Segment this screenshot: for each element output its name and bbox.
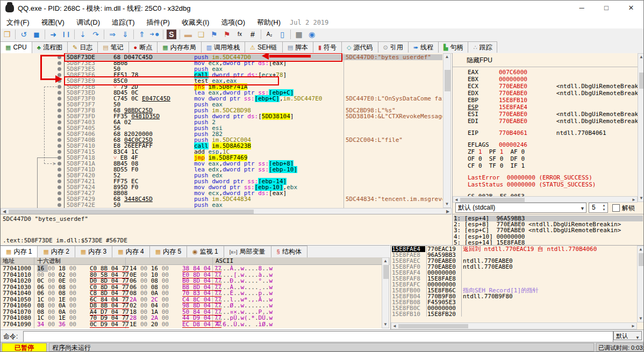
breakpoint-dot[interactable] bbox=[58, 67, 61, 71]
tab-内存 5[interactable]: ▦内存 5 bbox=[149, 246, 187, 257]
breakpoint-dot[interactable] bbox=[58, 197, 61, 201]
breakpoint-dot[interactable] bbox=[58, 85, 61, 89]
breakpoint-dot[interactable] bbox=[58, 97, 61, 100]
unlock-checkbox[interactable] bbox=[612, 204, 620, 212]
modules-icon[interactable]: ▯ bbox=[276, 28, 289, 40]
command-profile-select[interactable]: 默认 ▼ bbox=[613, 331, 642, 340]
pause-icon[interactable]: ❙❙ bbox=[60, 28, 73, 40]
patches-icon[interactable]: ▬ bbox=[182, 28, 195, 40]
disasm-vscrollbar[interactable]: ▲ ▼ bbox=[443, 53, 451, 208]
menu-item-4[interactable]: 插件(P) bbox=[141, 16, 176, 30]
tab-调用堆栈[interactable]: ▥调用堆栈 bbox=[201, 41, 245, 53]
stack-row[interactable]: 15E8FB1015E8FB20 bbox=[391, 311, 643, 317]
run-to-cursor-icon[interactable]: ⇒ bbox=[106, 28, 119, 40]
tab-内存 1[interactable]: ▦内存 1 bbox=[0, 246, 38, 258]
breakpoint-dot[interactable] bbox=[58, 61, 61, 65]
tab-日志[interactable]: ✎日志 bbox=[67, 41, 98, 53]
arguments-panel[interactable]: 1: [esp+4] 96A59BB32: [esp+8] 770EABE0 <… bbox=[452, 214, 644, 245]
breakpoint-dot[interactable] bbox=[58, 162, 61, 166]
breakpoint-dot[interactable] bbox=[58, 91, 61, 95]
step-over-icon[interactable]: ↷ bbox=[89, 28, 102, 40]
arg-count-stepper[interactable]: 5 ▲▼ bbox=[589, 203, 608, 213]
disasm-row[interactable]: 5D8F742E50push eax bbox=[1, 202, 452, 208]
breakpoint-dot[interactable] bbox=[58, 179, 61, 183]
tab-内存布局[interactable]: ▦内存布局 bbox=[157, 41, 201, 53]
argument-row[interactable]: 4: [esp+10] 00000000 bbox=[454, 234, 643, 240]
tab-脚本[interactable]: ▤脚本 bbox=[282, 41, 313, 53]
breakpoint-dot[interactable] bbox=[58, 103, 61, 106]
breakpoint-dot[interactable] bbox=[58, 156, 61, 160]
tab-局部变量[interactable]: [x=]局部变量 bbox=[224, 246, 271, 257]
bookmarks-icon[interactable]: ⚑ bbox=[220, 28, 233, 40]
tab-流程图[interactable]: ♣流程图 bbox=[32, 41, 68, 53]
calling-convention-select[interactable]: 默认 (stdcall) ▼ bbox=[455, 203, 586, 213]
maximize-button[interactable]: □ bbox=[594, 1, 619, 16]
stack-vscrollbar[interactable]: ▲ ▼ bbox=[637, 246, 644, 322]
functions-icon[interactable]: fx bbox=[233, 28, 246, 40]
run-icon[interactable]: ➜ bbox=[47, 28, 60, 40]
tab-引用[interactable]: ⊙引用 bbox=[378, 41, 409, 53]
tab-句柄[interactable]: ▙句柄 bbox=[438, 41, 468, 53]
internet-icon[interactable]: ◉ bbox=[305, 28, 318, 40]
breakpoint-dot[interactable] bbox=[58, 203, 61, 207]
open-file-icon[interactable]: ❒ bbox=[1, 28, 13, 40]
breakpoint-dot[interactable] bbox=[58, 109, 61, 112]
strings-icon[interactable]: A₂ bbox=[263, 28, 276, 40]
menu-item-7[interactable]: 帮助(H) bbox=[251, 16, 287, 30]
dump-vscrollbar[interactable]: ▲ ▼ bbox=[382, 257, 389, 328]
tab-SEH链[interactable]: ⚠SEH链 bbox=[245, 41, 283, 53]
command-input[interactable] bbox=[23, 331, 613, 342]
tab-内存 2[interactable]: ▦内存 2 bbox=[37, 246, 75, 257]
minimize-button[interactable]: ─ bbox=[569, 1, 594, 16]
step-out-icon[interactable]: ⇓ bbox=[119, 28, 132, 40]
stepper-arrows-icon[interactable]: ▲▼ bbox=[601, 203, 607, 212]
step-into-icon[interactable]: ⇣ bbox=[76, 28, 89, 40]
breakpoint-dot[interactable] bbox=[58, 132, 61, 136]
argument-row[interactable]: 3: [esp+C] 770EABE0 <ntdll.DbgUiRemoteBr… bbox=[454, 227, 643, 233]
tab-线程[interactable]: ➠线程 bbox=[408, 41, 439, 53]
run-to-user-code-icon[interactable]: ➔☻ bbox=[148, 28, 161, 40]
tab-符号[interactable]: ▮符号 bbox=[313, 41, 342, 53]
menu-item-5[interactable]: 收藏夹(I) bbox=[176, 16, 215, 30]
registers-hscrollbar[interactable]: ◀ ▶ bbox=[453, 196, 638, 203]
breakpoint-dot[interactable] bbox=[58, 144, 61, 148]
disassembly-panel[interactable]: 5D8F73DE68 D047C45Dpush im.5DC447D05DC44… bbox=[1, 53, 452, 208]
restart-icon[interactable]: ↺ bbox=[17, 28, 30, 40]
breakpoint-dot[interactable] bbox=[58, 138, 61, 142]
tab-监视 1[interactable]: ◉监视 1 bbox=[187, 246, 224, 257]
close-button[interactable]: ✕ bbox=[619, 1, 643, 16]
stack-panel[interactable]: 15E8FAE4770EAC19返回到 ntdll.770EAC19 自 ntd… bbox=[390, 245, 644, 329]
breakpoint-dot[interactable] bbox=[58, 174, 61, 177]
breakpoint-dot[interactable] bbox=[58, 150, 61, 154]
tab-断点[interactable]: ●断点 bbox=[128, 41, 158, 53]
stack-hscrollbar[interactable]: ◀ ▶ bbox=[391, 322, 637, 329]
registers-vscrollbar[interactable]: ▲ ▼ bbox=[638, 53, 644, 202]
breakpoint-dot[interactable] bbox=[58, 126, 61, 130]
dump-row[interactable]: 7704109034 00 36 000C D9 04 771E 00 20 0… bbox=[1, 321, 390, 328]
breakpoint-dot[interactable] bbox=[58, 168, 61, 171]
execute-till-return-icon[interactable]: ⇑ bbox=[135, 28, 148, 40]
tab-笔记[interactable]: ▤笔记 bbox=[97, 41, 128, 53]
hash-icon[interactable]: # bbox=[246, 28, 259, 40]
tab-结构体[interactable]: §结构体 bbox=[271, 246, 307, 257]
hide-fpu-button[interactable]: 隐藏FPU bbox=[467, 56, 492, 65]
stop-icon[interactable]: ◼ bbox=[30, 28, 43, 40]
tab-内存 4[interactable]: ▦内存 4 bbox=[112, 246, 149, 257]
breakpoint-dot[interactable] bbox=[58, 120, 61, 124]
breakpoint-dot[interactable] bbox=[58, 191, 61, 195]
breakpoints-icon[interactable]: S bbox=[167, 30, 176, 39]
memory-dump-panel[interactable]: 地址 十六进制 ASCII 7704100016 00 18 00C0 8B 0… bbox=[1, 257, 390, 328]
menu-item-1[interactable]: 视图(V) bbox=[35, 16, 70, 30]
labels-icon[interactable]: ⚑ bbox=[207, 28, 220, 40]
menu-item-3[interactable]: 追踪(T) bbox=[106, 16, 141, 30]
menu-item-2[interactable]: 调试(D) bbox=[70, 16, 106, 30]
menu-item-6[interactable]: 选项(O) bbox=[215, 16, 251, 30]
calculator-icon[interactable]: ▦ bbox=[292, 28, 305, 40]
tab-内存 3[interactable]: ▦内存 3 bbox=[75, 246, 112, 257]
tab-源代码[interactable]: ◇源代码 bbox=[341, 41, 378, 53]
comments-icon[interactable]: ❏ bbox=[195, 28, 207, 40]
breakpoint-dot[interactable] bbox=[58, 114, 61, 118]
tab-CPU[interactable]: ▦CPU bbox=[0, 41, 32, 53]
breakpoint-dot[interactable] bbox=[58, 185, 61, 189]
tab-跟踪[interactable]: ∴跟踪 bbox=[468, 41, 497, 53]
